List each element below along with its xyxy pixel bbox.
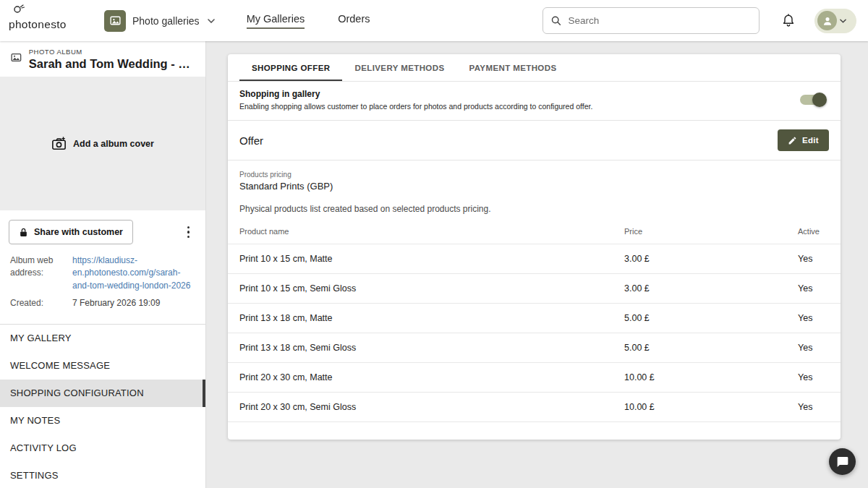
product-name-cell: Print 10 x 15 cm, Matte [228,244,613,274]
main-content: SHOPPING OFFER DELIVERY METHODS PAYMENT … [206,41,868,488]
active-cell: Yes [786,333,841,363]
table-row: Print 13 x 18 cm, Matte 5.00 £ Yes [228,304,841,333]
album-created-row: Created: 7 February 2026 19:09 [10,297,195,309]
sidebar-item-shopping-configuration[interactable]: SHOPPING CONFIGURATION [0,380,205,407]
album-cover-area: Add a album cover [0,77,205,210]
album-created-label: Created: [10,297,72,309]
album-address-label: Album web address: [10,254,72,292]
products-table: Product name Price Active Print 10 x 15 … [228,218,841,422]
search-icon [550,14,562,27]
table-header-row: Product name Price Active [228,218,841,244]
sidebar-item-welcome-message[interactable]: WELCOME MESSAGE [0,352,205,380]
logo[interactable]: photonesto [9,11,87,31]
offer-header: Offer Edit [228,121,841,160]
chat-bubble-icon [836,455,849,468]
sidebar-item-activity-log[interactable]: ACTIVITY LOG [0,435,205,462]
table-row: Print 10 x 15 cm, Semi Gloss 3.00 £ Yes [228,274,841,304]
offer-title: Offer [239,134,263,147]
product-name-cell: Print 13 x 18 cm, Matte [228,304,613,333]
gallery-type-label: Photo galleries [132,15,200,27]
tab-shopping-offer[interactable]: SHOPPING OFFER [239,54,342,81]
shopping-toggle-description: Enabling shopping allows customer to pla… [239,102,592,111]
pencil-icon [788,136,797,145]
share-with-customer-button[interactable]: Share with customer [9,220,133,244]
offer-description: Physical products list created based on … [239,204,829,214]
more-options-kebab-icon[interactable] [180,223,197,241]
active-cell: Yes [786,304,841,333]
search-box[interactable] [542,7,760,34]
sidebar-item-settings[interactable]: SETTINGS [0,462,205,488]
shopping-in-gallery-section: Shopping in gallery Enabling shopping al… [228,82,841,120]
product-name-cell: Print 20 x 30 cm, Semi Gloss [228,393,613,422]
offer-body: Products pricing Standard Prints (GBP) P… [228,160,841,214]
table-row: Print 13 x 18 cm, Semi Gloss 5.00 £ Yes [228,333,841,363]
tab-bar: SHOPPING OFFER DELIVERY METHODS PAYMENT … [228,54,841,82]
edit-button-label: Edit [802,136,819,145]
gallery-type-menu[interactable]: Photo galleries [104,10,215,32]
product-name-cell: Print 10 x 15 cm, Semi Gloss [228,274,613,304]
price-cell: 3.00 £ [613,244,786,274]
nav-orders[interactable]: Orders [338,13,370,29]
price-cell: 10.00 £ [613,363,786,393]
chevron-down-icon [208,19,215,23]
nav-my-galleries[interactable]: My Galleries [247,13,305,29]
table-row: Print 10 x 15 cm, Matte 3.00 £ Yes [228,244,841,274]
price-cell: 5.00 £ [613,304,786,333]
add-album-cover-label: Add a album cover [73,139,154,149]
tab-delivery-methods[interactable]: DELIVERY METHODS [342,54,456,81]
table-row: Print 20 x 30 cm, Matte 10.00 £ Yes [228,363,841,393]
sidebar-menu: MY GALLERY WELCOME MESSAGE SHOPPING CONF… [0,325,205,488]
price-cell: 10.00 £ [613,393,786,422]
photo-album-icon [10,51,22,64]
active-cell: Yes [786,393,841,422]
column-price: Price [613,218,786,244]
active-cell: Yes [786,274,841,304]
search-input[interactable] [569,15,752,26]
products-pricing-value: Standard Prints (GBP) [239,181,829,192]
album-created-value: 7 February 2026 19:09 [72,297,160,309]
logo-text: photonesto [9,11,67,31]
shopping-toggle-title: Shopping in gallery [239,89,592,99]
tab-payment-methods[interactable]: PAYMENT METHODS [456,54,569,81]
add-album-cover-button[interactable]: Add a album cover [51,137,154,150]
lock-icon [19,227,28,238]
shopping-configuration-card: SHOPPING OFFER DELIVERY METHODS PAYMENT … [228,54,841,440]
column-active: Active [786,218,841,244]
photo-galleries-icon [104,10,126,32]
top-bar: photonesto Photo galleries My Galleries … [0,0,868,41]
active-cell: Yes [786,244,841,274]
camera-add-icon [51,137,67,150]
column-product-name: Product name [228,218,613,244]
sidebar-item-my-gallery[interactable]: MY GALLERY [0,325,205,352]
share-row: Share with customer [0,210,205,250]
product-name-cell: Print 13 x 18 cm, Semi Gloss [228,333,613,363]
camera-flash-icon [13,4,25,13]
notifications-bell-icon[interactable] [781,13,796,28]
price-cell: 5.00 £ [613,333,786,363]
chat-widget-button[interactable] [829,448,856,475]
album-address-row: Album web address: https://klaudiusz-en.… [10,254,195,292]
active-cell: Yes [786,363,841,393]
share-button-label: Share with customer [34,227,123,237]
album-type-label: PHOTO ALBUM [29,48,195,56]
top-nav: My Galleries Orders [247,13,370,29]
products-pricing-label: Products pricing [239,171,829,179]
product-name-cell: Print 20 x 30 cm, Matte [228,363,613,393]
sidebar-item-my-notes[interactable]: MY NOTES [0,407,205,435]
album-address-link[interactable]: https://klaudiusz-en.photonesto.com/g/sa… [72,254,195,292]
album-title: Sarah and Tom Wedding - Lond... [29,57,195,71]
chevron-down-icon [840,19,846,23]
album-sidebar: PHOTO ALBUM Sarah and Tom Wedding - Lond… [0,41,206,488]
edit-offer-button[interactable]: Edit [778,129,829,151]
shopping-enabled-toggle[interactable] [800,95,825,105]
album-info: Album web address: https://klaudiusz-en.… [0,250,205,324]
album-header: PHOTO ALBUM Sarah and Tom Wedding - Lond… [0,41,205,77]
table-row: Print 20 x 30 cm, Semi Gloss 10.00 £ Yes [228,393,841,422]
account-menu[interactable] [814,9,856,33]
user-avatar-icon [817,11,837,30]
price-cell: 3.00 £ [613,274,786,304]
